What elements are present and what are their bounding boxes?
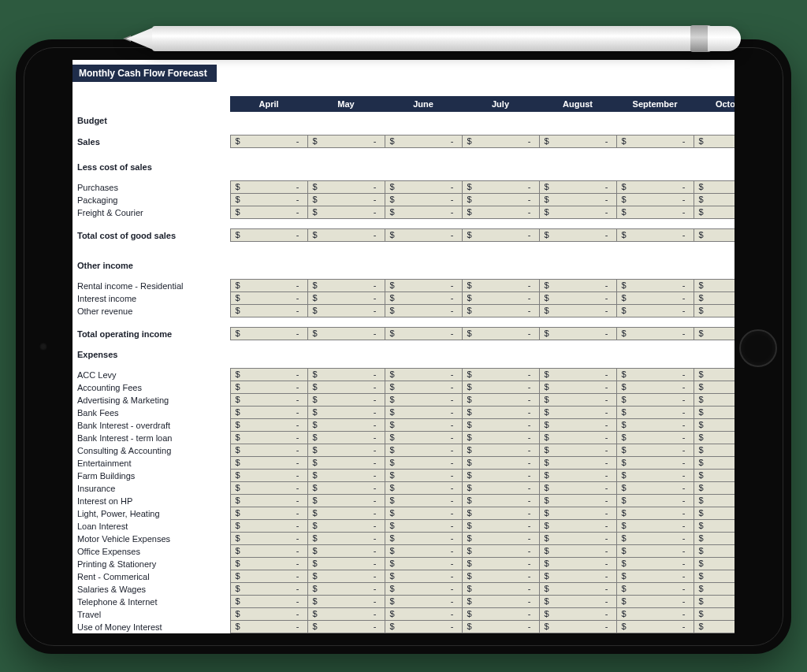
money-cell[interactable]: $- xyxy=(307,292,385,305)
money-cell[interactable]: $- xyxy=(385,596,462,608)
money-cell[interactable]: $- xyxy=(307,280,385,292)
money-cell[interactable]: $- xyxy=(307,470,385,482)
money-cell[interactable]: $- xyxy=(462,621,539,633)
money-cell[interactable]: $- xyxy=(539,407,616,419)
home-button[interactable] xyxy=(739,329,777,367)
money-cell[interactable]: $- xyxy=(230,419,307,432)
money-cell[interactable]: $- xyxy=(307,570,385,583)
money-cell[interactable]: $- xyxy=(462,407,539,419)
money-cell[interactable]: $- xyxy=(307,181,385,194)
money-cell[interactable]: $- xyxy=(616,328,694,340)
money-cell[interactable]: $- xyxy=(694,292,734,305)
money-cell[interactable]: $- xyxy=(385,369,462,381)
money-cell[interactable]: $- xyxy=(462,545,539,558)
money-cell[interactable]: $- xyxy=(694,194,734,206)
money-cell[interactable]: $- xyxy=(616,470,694,482)
money-cell[interactable]: $- xyxy=(694,533,734,545)
money-cell[interactable]: $- xyxy=(462,381,539,394)
money-cell[interactable]: $- xyxy=(694,558,734,570)
money-cell[interactable]: $- xyxy=(307,558,385,570)
money-cell[interactable]: $- xyxy=(539,280,616,292)
money-cell[interactable]: $- xyxy=(307,369,385,381)
money-cell[interactable]: $- xyxy=(616,419,694,432)
money-cell[interactable]: $- xyxy=(462,394,539,407)
money-cell[interactable]: $- xyxy=(230,558,307,570)
money-cell[interactable]: $- xyxy=(539,570,616,583)
money-cell[interactable]: $- xyxy=(462,444,539,457)
money-cell[interactable]: $- xyxy=(462,457,539,470)
money-cell[interactable]: $- xyxy=(307,206,385,219)
money-cell[interactable]: $- xyxy=(385,482,462,495)
money-cell[interactable]: $- xyxy=(616,482,694,495)
money-cell[interactable]: $- xyxy=(616,608,694,621)
money-cell[interactable]: $- xyxy=(385,520,462,533)
money-cell[interactable]: $- xyxy=(539,520,616,533)
money-cell[interactable]: $- xyxy=(462,419,539,432)
money-cell[interactable]: $- xyxy=(230,292,307,305)
money-cell[interactable]: $- xyxy=(462,369,539,381)
money-cell[interactable]: $- xyxy=(230,596,307,608)
money-cell[interactable]: $- xyxy=(385,583,462,596)
money-cell[interactable]: $- xyxy=(230,181,307,194)
money-cell[interactable]: $- xyxy=(307,533,385,545)
money-cell[interactable]: $- xyxy=(307,136,385,148)
money-cell[interactable]: $- xyxy=(694,419,734,432)
money-cell[interactable]: $- xyxy=(230,194,307,206)
money-cell[interactable]: $- xyxy=(539,533,616,545)
money-cell[interactable]: $- xyxy=(307,394,385,407)
money-cell[interactable]: $- xyxy=(694,596,734,608)
money-cell[interactable]: $- xyxy=(539,194,616,206)
money-cell[interactable]: $- xyxy=(462,507,539,520)
money-cell[interactable]: $- xyxy=(539,470,616,482)
money-cell[interactable]: $- xyxy=(616,181,694,194)
money-cell[interactable]: $- xyxy=(385,470,462,482)
money-cell[interactable]: $- xyxy=(230,583,307,596)
money-cell[interactable]: $- xyxy=(539,328,616,340)
money-cell[interactable]: $- xyxy=(385,280,462,292)
money-cell[interactable]: $- xyxy=(694,545,734,558)
money-cell[interactable]: $- xyxy=(694,206,734,219)
money-cell[interactable]: $- xyxy=(230,280,307,292)
money-cell[interactable]: $- xyxy=(539,432,616,444)
money-cell[interactable]: $- xyxy=(694,470,734,482)
money-cell[interactable]: $- xyxy=(539,495,616,507)
money-cell[interactable]: $- xyxy=(385,507,462,520)
money-cell[interactable]: $- xyxy=(307,229,385,242)
money-cell[interactable]: $- xyxy=(694,328,734,340)
money-cell[interactable]: $- xyxy=(307,444,385,457)
money-cell[interactable]: $- xyxy=(616,495,694,507)
money-cell[interactable]: $- xyxy=(307,583,385,596)
money-cell[interactable]: $- xyxy=(462,181,539,194)
money-cell[interactable]: $- xyxy=(694,381,734,394)
money-cell[interactable]: $- xyxy=(694,520,734,533)
money-cell[interactable]: $- xyxy=(694,432,734,444)
money-cell[interactable]: $- xyxy=(539,381,616,394)
money-cell[interactable]: $- xyxy=(307,507,385,520)
money-cell[interactable]: $- xyxy=(539,305,616,317)
money-cell[interactable]: $- xyxy=(307,328,385,340)
money-cell[interactable]: $- xyxy=(616,558,694,570)
money-cell[interactable]: $- xyxy=(694,608,734,621)
money-cell[interactable]: $- xyxy=(694,457,734,470)
money-cell[interactable]: $- xyxy=(385,136,462,148)
money-cell[interactable]: $- xyxy=(539,558,616,570)
money-cell[interactable]: $- xyxy=(462,328,539,340)
money-cell[interactable]: $- xyxy=(462,292,539,305)
money-cell[interactable]: $- xyxy=(462,470,539,482)
money-cell[interactable]: $- xyxy=(307,305,385,317)
money-cell[interactable]: $- xyxy=(616,621,694,633)
money-cell[interactable]: $- xyxy=(539,229,616,242)
money-cell[interactable]: $- xyxy=(230,457,307,470)
money-cell[interactable]: $- xyxy=(694,394,734,407)
money-cell[interactable]: $- xyxy=(230,229,307,242)
money-cell[interactable]: $- xyxy=(616,432,694,444)
money-cell[interactable]: $- xyxy=(462,520,539,533)
money-cell[interactable]: $- xyxy=(539,583,616,596)
money-cell[interactable]: $- xyxy=(230,482,307,495)
money-cell[interactable]: $- xyxy=(694,305,734,317)
money-cell[interactable]: $- xyxy=(230,444,307,457)
money-cell[interactable]: $- xyxy=(616,292,694,305)
money-cell[interactable]: $- xyxy=(539,181,616,194)
money-cell[interactable]: $- xyxy=(230,432,307,444)
money-cell[interactable]: $- xyxy=(616,194,694,206)
